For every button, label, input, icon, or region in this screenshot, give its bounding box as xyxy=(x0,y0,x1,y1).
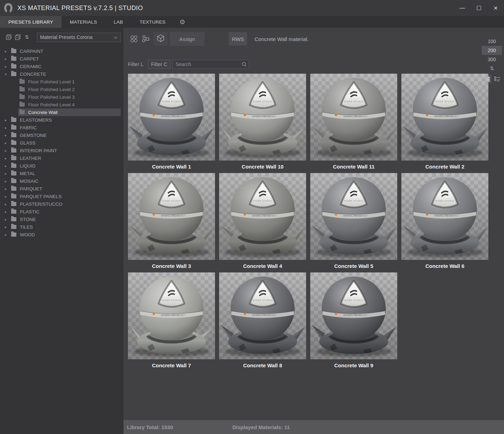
tree-item-metal[interactable]: ▸METAL xyxy=(0,170,123,177)
tree-item-plastic[interactable]: ▸PLASTIC xyxy=(0,208,123,215)
folder-icon xyxy=(11,187,16,191)
material-preview: MATERIAL PREVIEW XS 7 SIGER STUDIO xyxy=(401,173,488,260)
tree-item-carpet[interactable]: ▸CARPET xyxy=(0,55,123,63)
material-tile[interactable]: MATERIAL PREVIEW XS 7 SIGER STUDIO Concr… xyxy=(219,74,306,170)
tree-expand-arrow-icon[interactable]: ▸ xyxy=(5,225,10,229)
minimize-button[interactable]: — xyxy=(454,0,471,16)
tab-materials[interactable]: MATERIALS xyxy=(62,16,105,28)
tree-expand-arrow-icon[interactable]: ▸ xyxy=(5,118,10,122)
tree-item-wood[interactable]: ▸WOOD xyxy=(0,231,123,238)
tree-item-parquet-panels[interactable]: ▸PARQUET PANELS xyxy=(0,193,123,200)
tree-item-mosaic[interactable]: ▸MOSAIC xyxy=(0,177,123,185)
library-dropdown[interactable]: Material Presets Corona xyxy=(37,33,121,42)
material-tile[interactable]: MATERIAL PREVIEW XS 7 SIGER STUDIO Concr… xyxy=(128,74,215,170)
filter-library-button[interactable]: Filter L xyxy=(128,62,143,67)
tree-expand-arrow-icon[interactable]: ▸ xyxy=(5,210,10,214)
sort-categories-icon[interactable]: ⇅ xyxy=(23,33,31,41)
tree-expand-arrow-icon[interactable]: ▸ xyxy=(5,179,10,183)
tree-item-label: Floor Polished Level 2 xyxy=(28,87,75,92)
tree-item-concrete-wall[interactable]: Concrete Wall xyxy=(0,108,123,116)
tree-item-fabric[interactable]: ▸FABRIC xyxy=(0,124,123,131)
tree-expand-arrow-icon[interactable]: ▸ xyxy=(5,164,10,168)
folder-icon xyxy=(19,80,25,84)
material-tile[interactable]: MATERIAL PREVIEW XS 7 SIGER STUDIO Concr… xyxy=(310,173,397,269)
material-tile[interactable]: MATERIAL PREVIEW XS 7 SIGER STUDIO Concr… xyxy=(310,74,397,170)
app-logo-icon xyxy=(3,2,13,14)
tab-presets-library[interactable]: PRESETS LIBRARY xyxy=(0,16,62,28)
tab-lab[interactable]: LAB xyxy=(105,16,131,28)
material-tile-label: Concrete Wall 10 xyxy=(219,164,306,170)
tree-expand-arrow-icon[interactable]: ▸ xyxy=(5,149,10,153)
thumbnail-size-200[interactable]: 200 xyxy=(482,46,502,55)
sort-materials-icon[interactable]: ⇅ xyxy=(482,64,502,73)
folder-icon xyxy=(11,118,16,122)
material-preview: MATERIAL PREVIEW XS 7 SIGER STUDIO xyxy=(310,74,397,161)
tree-item-carpaint[interactable]: ▸CARPAINT xyxy=(0,47,123,55)
tree-expand-arrow-icon[interactable]: ▸ xyxy=(5,187,10,191)
settings-gear-icon[interactable]: ⚙ xyxy=(174,16,191,28)
tree-expand-arrow-icon[interactable]: ▸ xyxy=(5,126,10,130)
tree-item-interior-paint[interactable]: ▸INTERIOR PAINT xyxy=(0,147,123,154)
search-input[interactable] xyxy=(173,60,249,69)
tree-item-plaster-stucco[interactable]: ▸PLASTER/STUCCO xyxy=(0,200,123,208)
tree-item-leather[interactable]: ▸LEATHER xyxy=(0,154,123,162)
tree-item-tiles[interactable]: ▸TILES xyxy=(0,223,123,231)
tab-textures[interactable]: TEXTURES xyxy=(131,16,174,28)
tree-item-parquet[interactable]: ▸PARQUET xyxy=(0,185,123,193)
tree-expand-arrow-icon[interactable]: ▸ xyxy=(5,49,10,53)
tree-expand-arrow-icon[interactable]: ▸ xyxy=(5,57,10,61)
material-cube-button[interactable] xyxy=(154,32,168,46)
assign-button[interactable]: Assign xyxy=(170,32,205,46)
sidebar-toolbar: ⇅ Material Presets Corona xyxy=(0,32,123,42)
expand-all-icon[interactable] xyxy=(5,33,13,41)
tree-item-glass[interactable]: ▸GLASS xyxy=(0,139,123,147)
tree-item-floor-polished-level-1[interactable]: Floor Polished Level 1 xyxy=(0,78,123,85)
material-tile[interactable]: MATERIAL PREVIEW XS 7 SIGER STUDIO Concr… xyxy=(310,272,397,368)
category-sidebar: ⇅ Material Presets Corona ▸CARPAINT▸CARP… xyxy=(0,28,123,434)
thumbnail-size-100[interactable]: 100 xyxy=(482,37,502,46)
material-tile[interactable]: MATERIAL PREVIEW XS 7 SIGER STUDIO Concr… xyxy=(401,173,488,269)
tree-expand-arrow-icon[interactable]: ▸ xyxy=(5,172,10,175)
tree-expand-arrow-icon[interactable]: ▸ xyxy=(5,141,10,145)
material-tile[interactable]: MATERIAL PREVIEW XS 7 SIGER STUDIO Concr… xyxy=(219,173,306,269)
window-controls: —☐✕ xyxy=(454,0,504,16)
tree-item-elastomers[interactable]: ▸ELASTOMERS xyxy=(0,116,123,124)
material-tile[interactable]: MATERIAL PREVIEW XS 7 SIGER STUDIO Concr… xyxy=(128,173,215,269)
close-button[interactable]: ✕ xyxy=(487,0,504,16)
band-badge xyxy=(335,313,337,315)
tree-item-concrete[interactable]: ▾CONCRETE xyxy=(0,70,123,78)
tree-expand-arrow-icon[interactable]: ▸ xyxy=(5,195,10,198)
material-tile[interactable]: MATERIAL PREVIEW XS 7 SIGER STUDIO Concr… xyxy=(128,272,215,368)
folder-icon xyxy=(19,110,25,114)
tree-collapse-arrow-icon[interactable]: ▾ xyxy=(5,72,10,76)
material-tile[interactable]: MATERIAL PREVIEW XS 7 SIGER STUDIO Concr… xyxy=(219,272,306,368)
list-view-icon[interactable] xyxy=(493,75,502,83)
tree-item-floor-polished-level-4[interactable]: Floor Polished Level 4 xyxy=(0,101,123,108)
tree-item-ceramic[interactable]: ▸CERAMIC xyxy=(0,63,123,70)
filter-category-button[interactable]: Filter C xyxy=(148,60,170,69)
schematic-view-icon[interactable] xyxy=(140,33,152,45)
tree-expand-arrow-icon[interactable]: ▸ xyxy=(5,133,10,137)
filter-row: Filter L Filter C xyxy=(128,60,504,69)
tree-item-label: CERAMIC xyxy=(20,64,41,69)
tree-item-liquid[interactable]: ▸LIQUID xyxy=(0,162,123,170)
title-bar: XS MATERIAL PRESETS v.7.2.5 | STUDIO —☐✕ xyxy=(0,0,504,16)
collapse-all-icon[interactable] xyxy=(14,33,22,41)
maximize-button[interactable]: ☐ xyxy=(471,0,487,16)
wedge-logo-text: SIGER STUDIO xyxy=(253,299,272,301)
tree-item-floor-polished-level-3[interactable]: Floor Polished Level 3 xyxy=(0,93,123,101)
tree-item-gemstone[interactable]: ▸GEMSTONE xyxy=(0,131,123,139)
tree-expand-arrow-icon[interactable]: ▸ xyxy=(5,218,10,221)
thumbnail-view-icon[interactable] xyxy=(128,33,140,45)
rws-button[interactable]: RWS xyxy=(229,32,247,46)
folder-icon xyxy=(11,202,16,206)
material-tile[interactable]: MATERIAL PREVIEW XS 7 SIGER STUDIO Concr… xyxy=(401,74,488,170)
tree-expand-arrow-icon[interactable]: ▸ xyxy=(5,202,10,206)
tree-item-floor-polished-level-2[interactable]: Floor Polished Level 2 xyxy=(0,85,123,93)
thumbnail-size-300[interactable]: 300 xyxy=(482,55,502,64)
tree-expand-arrow-icon[interactable]: ▸ xyxy=(5,233,10,237)
tree-expand-arrow-icon[interactable]: ▸ xyxy=(5,65,10,68)
tree-item-stone[interactable]: ▸STONE xyxy=(0,215,123,223)
band-badge xyxy=(244,213,246,215)
tree-expand-arrow-icon[interactable]: ▸ xyxy=(5,156,10,160)
